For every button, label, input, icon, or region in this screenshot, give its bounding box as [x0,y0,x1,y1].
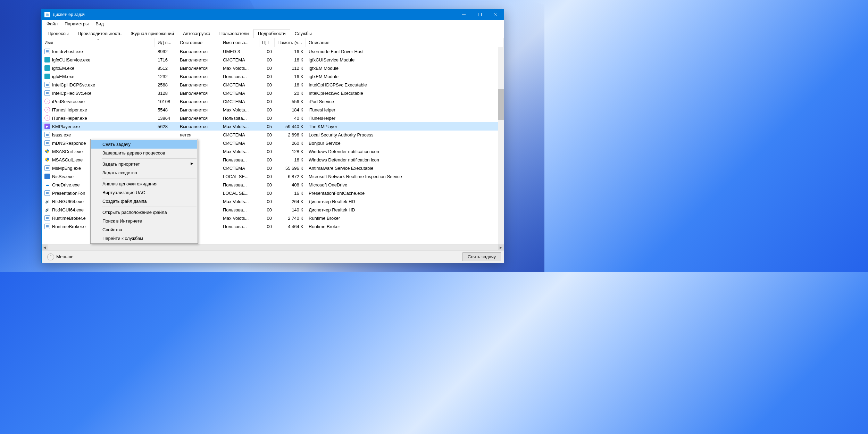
cell-cpu: 00 [259,224,275,229]
tab-services[interactable]: Службы [290,29,316,38]
cell-cpu: 00 [259,132,275,137]
cell-user: Max Volots... [220,107,259,112]
process-name: igfxCUIService.exe [52,57,91,62]
tab-processes[interactable]: Процессы [43,29,73,38]
close-button[interactable] [488,9,504,20]
tab-performance[interactable]: Производительность [73,29,126,38]
cell-state: Выполняется [177,99,220,104]
table-row[interactable]: igfxCUIService.exe1716ВыполняетсяСИСТЕМА… [42,56,504,64]
menu-view[interactable]: Вид [92,20,107,27]
cell-mem: 2 696 К [275,132,306,137]
cell-cpu: 00 [259,182,275,187]
process-icon [44,99,50,104]
cell-state: Выполняется [177,82,220,87]
process-icon [44,182,50,187]
col-cpu[interactable]: ЦП [259,38,275,47]
table-row[interactable]: KMPlayer.exe5628ВыполняетсяMax Volots...… [42,122,504,131]
ctx-goto-services[interactable]: Перейти к службам [91,234,197,243]
col-pid[interactable]: ИД п... [155,38,177,47]
cell-cpu: 00 [259,99,275,104]
cell-user: Пользова... [220,182,259,187]
cell-mem: 55 696 К [275,166,306,171]
cell-user: СИСТЕМА [220,82,259,87]
cell-pid: 1716 [155,57,177,62]
table-row[interactable]: IntelCpHDCPSvc.exe2568ВыполняетсяСИСТЕМА… [42,81,504,89]
ctx-uac[interactable]: Виртуализация UAC [91,188,197,197]
cell-desc: PresentationFontCache.exe [306,191,504,196]
cell-state: Выполняется [177,57,220,62]
col-desc[interactable]: Описание [306,38,504,47]
horizontal-scrollbar[interactable]: ◀ ▶ [42,244,504,250]
cell-mem: 556 К [275,99,306,104]
chevron-up-icon: ˄ [47,253,54,260]
tab-users[interactable]: Пользователи [215,29,253,38]
table-row[interactable]: iTunesHelper.exe13864ВыполняетсяПользова… [42,114,504,122]
cell-pid: 5548 [155,107,177,112]
tab-startup[interactable]: Автозагрузка [178,29,215,38]
col-state[interactable]: Состояние [177,38,220,47]
hscroll-track[interactable] [48,244,498,250]
cell-pid: 8992 [155,49,177,54]
cell-mem: 128 К [275,149,306,154]
cell-cpu: 00 [259,149,275,154]
cell-mem: 59 440 К [275,124,306,129]
cell-pid: 13864 [155,116,177,121]
table-row[interactable]: iTunesHelper.exe5548ВыполняетсяMax Volot… [42,106,504,114]
process-icon [44,115,50,121]
fewer-details-button[interactable]: ˄ Меньше [44,252,76,262]
vertical-scrollbar[interactable] [498,47,504,244]
menu-options[interactable]: Параметры [61,20,92,27]
col-mem[interactable]: Память (ч... [275,38,306,47]
minimize-button[interactable] [456,9,472,20]
maximize-button[interactable] [472,9,488,20]
cell-cpu: 00 [259,91,275,96]
cell-state: Выполняется [177,91,220,96]
vscroll-thumb[interactable] [498,89,504,120]
cell-cpu: 00 [259,199,275,204]
ctx-analyze[interactable]: Анализ цепочки ожидания [91,180,197,188]
table-row[interactable]: IntelCpHeciSvc.exe3128ВыполняетсяСИСТЕМА… [42,89,504,97]
table-row[interactable]: lsass.exeяетсяСИСТЕМА002 696 КLocal Secu… [42,131,504,139]
process-icon [44,82,50,87]
ctx-open-location[interactable]: Открыть расположение файла [91,208,197,217]
cell-user: СИСТЕМА [220,166,259,171]
titlebar[interactable]: ⊞ Диспетчер задач [42,9,504,20]
hscroll-left[interactable]: ◀ [42,244,48,250]
cell-user: Пользова... [220,224,259,229]
tab-details[interactable]: Подробности [253,29,290,38]
table-row[interactable]: fontdrvhost.exe8992ВыполняетсяUMFD-30016… [42,47,504,56]
cell-user: LOCAL SE... [220,191,259,196]
fewer-label: Меньше [56,254,74,259]
end-task-button[interactable]: Снять задачу [462,252,501,261]
ctx-dump[interactable]: Создать файл дампа [91,197,197,206]
cell-state: яется [177,132,220,137]
ctx-end-task[interactable]: Снять задачу [91,140,197,149]
tab-apphistory[interactable]: Журнал приложений [126,29,178,38]
cell-mem: 16 К [275,49,306,54]
process-icon [44,57,50,62]
ctx-priority[interactable]: Задать приоритет▶ [91,160,197,168]
col-user[interactable]: Имя польз... [220,38,259,47]
col-name[interactable]: Имя▲ [42,38,155,47]
table-row[interactable]: igfxEM.exe8512ВыполняетсяMax Volots...00… [42,64,504,72]
table-row[interactable]: igfxEM.exe1232ВыполняетсяПользова...0016… [42,72,504,81]
process-name: igfxEM.exe [52,74,74,79]
sort-asc-icon: ▲ [97,38,100,41]
cell-mem: 4 464 К [275,224,306,229]
ctx-search-online[interactable]: Поиск в Интернете [91,217,197,225]
cell-pid: 1232 [155,74,177,79]
ctx-end-tree[interactable]: Завершить дерево процессов [91,149,197,157]
cell-user: СИСТЕМА [220,132,259,137]
cell-state: Выполняется [177,66,220,71]
ctx-affinity[interactable]: Задать сходство [91,168,197,177]
cell-user: Пользова... [220,157,259,162]
hscroll-right[interactable]: ▶ [498,244,504,250]
cell-user: Max Volots... [220,199,259,204]
context-menu: Снять задачу Завершить дерево процессов … [90,139,198,244]
ctx-properties[interactable]: Свойства [91,225,197,234]
menu-file[interactable]: Файл [43,20,61,27]
cell-desc: igfxCUIService Module [306,57,504,62]
table-row[interactable]: iPodService.exe10108ВыполняетсяСИСТЕМА00… [42,97,504,106]
cell-user: Пользова... [220,116,259,121]
cell-mem: 16 К [275,57,306,62]
